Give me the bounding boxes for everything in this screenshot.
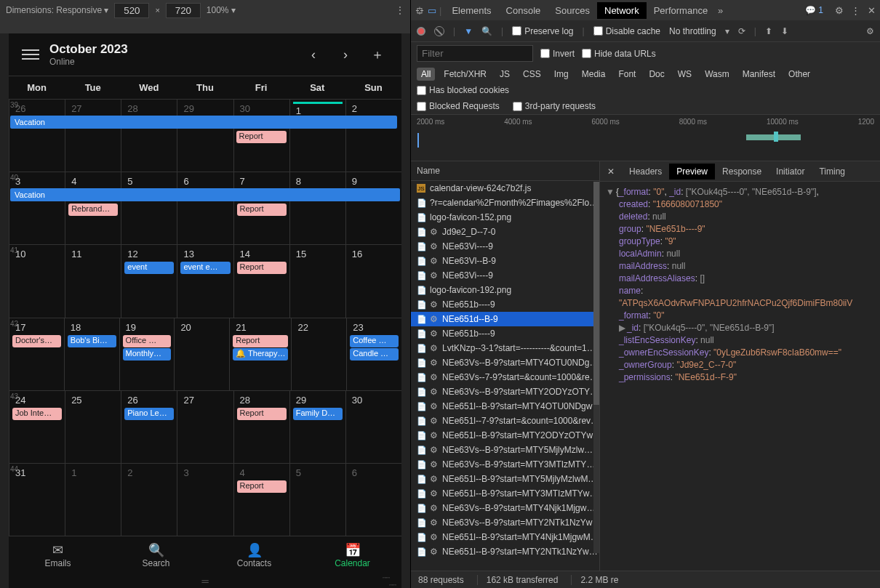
- throttling-caret-icon[interactable]: ▾: [725, 26, 729, 36]
- day-cell[interactable]: 28Report: [233, 391, 289, 463]
- filter-icon[interactable]: ▼: [464, 26, 473, 36]
- day-cell[interactable]: 19Office …Monthly…: [119, 318, 175, 390]
- tab-performance[interactable]: Performance: [647, 2, 715, 19]
- blocked-requests-checkbox[interactable]: Blocked Requests: [417, 101, 500, 111]
- name-column-header[interactable]: Name: [411, 161, 599, 181]
- request-row[interactable]: 📄⚙NEe63Vs--B-9?start=MTY4OTU0NDg…: [411, 355, 599, 370]
- dimensions-selector[interactable]: Dimensions: Responsive ▾: [6, 5, 108, 15]
- type-wasm[interactable]: Wasm: [700, 68, 734, 81]
- multi-day-event[interactable]: Vacation: [10, 188, 400, 201]
- day-cell[interactable]: 3: [9, 172, 65, 244]
- request-row[interactable]: 📄⚙NEe63Vi----9: [411, 239, 599, 254]
- event-chip[interactable]: Report: [237, 262, 287, 274]
- day-cell[interactable]: 26Piano Le…: [121, 391, 177, 463]
- tab-network[interactable]: Network: [597, 2, 647, 19]
- filter-input[interactable]: [417, 45, 533, 62]
- issues-button[interactable]: 💬 1: [801, 4, 828, 16]
- request-row[interactable]: 📄⚙NEe63Vs--B-9?start=MTY2ODYzOTY…: [411, 384, 599, 399]
- request-row[interactable]: 📄⚙NEe651b----9: [411, 297, 599, 312]
- device-width-input[interactable]: [114, 3, 149, 18]
- day-cell[interactable]: 9: [345, 172, 401, 244]
- day-cell[interactable]: 26: [9, 100, 65, 172]
- search-icon[interactable]: 🔍: [481, 26, 492, 36]
- day-cell[interactable]: 17Doctor's…: [9, 318, 64, 390]
- download-har-icon[interactable]: ⬇: [781, 26, 788, 36]
- nav-search[interactable]: 🔍Search: [107, 536, 205, 574]
- day-cell[interactable]: 1: [289, 100, 345, 172]
- type-media[interactable]: Media: [577, 68, 610, 81]
- add-event-button[interactable]: ＋: [367, 44, 388, 65]
- day-cell[interactable]: 13event e…: [177, 245, 233, 317]
- event-chip[interactable]: Doctor's…: [12, 335, 61, 347]
- nav-calendar[interactable]: 📅Calendar: [303, 536, 401, 574]
- close-detail-icon[interactable]: ✕: [603, 166, 619, 177]
- request-row[interactable]: 📄⚙NEe651l--B-9?start=MTY4OTU0NDgw…: [411, 399, 599, 414]
- more-tabs-icon[interactable]: »: [718, 5, 723, 16]
- detail-tab-initiator[interactable]: Initiator: [769, 164, 812, 180]
- device-height-input[interactable]: [166, 3, 201, 18]
- request-row[interactable]: 📄⚙NEe63Vs--B-9?start=MTY3MTIzMTY…: [411, 457, 599, 472]
- type-font[interactable]: Font: [614, 68, 640, 81]
- type-fetchxhr[interactable]: Fetch/XHR: [439, 68, 491, 81]
- request-row[interactable]: 📄⚙NEe651l--B-9?start=MTY4Njk1MjgwM…: [411, 530, 599, 544]
- nav-contacts[interactable]: 👤Contacts: [205, 536, 303, 574]
- type-ws[interactable]: WS: [673, 68, 696, 81]
- disable-cache-checkbox[interactable]: Disable cache: [593, 26, 660, 36]
- day-cell[interactable]: 12event: [121, 245, 177, 317]
- request-row[interactable]: 📄logo-favicon-192.png: [411, 283, 599, 297]
- type-doc[interactable]: Doc: [644, 68, 668, 81]
- day-cell[interactable]: 11: [65, 245, 121, 317]
- request-row[interactable]: 📄logo-favicon-152.png: [411, 210, 599, 225]
- request-row[interactable]: 📄⚙NEe63Vs--B-9?start=MTY5MjlyMzlw…: [411, 443, 599, 457]
- event-chip[interactable]: Report: [237, 204, 287, 216]
- day-cell[interactable]: 27: [177, 391, 233, 463]
- request-row[interactable]: 📄⚙NEe63Vl--B-9: [411, 254, 599, 268]
- day-cell[interactable]: 10: [9, 245, 65, 317]
- third-party-checkbox[interactable]: 3rd-party requests: [513, 101, 596, 111]
- detail-tab-timing[interactable]: Timing: [812, 164, 852, 180]
- event-chip[interactable]: Report: [237, 408, 287, 420]
- close-devtools-icon[interactable]: ✕: [868, 5, 876, 16]
- day-cell[interactable]: 5: [289, 464, 345, 536]
- day-cell[interactable]: 21Report🔔 Therapy…: [229, 318, 291, 390]
- event-chip[interactable]: Family D…: [293, 408, 343, 420]
- device-toggle-icon[interactable]: ▭: [428, 5, 436, 16]
- event-chip[interactable]: Report: [236, 131, 287, 143]
- request-row[interactable]: 📄⚙LvtKNzp--3-1?start=----------&count=1…: [411, 341, 599, 355]
- type-css[interactable]: CSS: [519, 68, 545, 81]
- event-chip[interactable]: Job Inte…: [12, 408, 62, 420]
- clear-button[interactable]: [434, 26, 444, 36]
- device-more-icon[interactable]: ⋮: [396, 5, 404, 15]
- blocked-cookies-checkbox[interactable]: Has blocked cookies: [417, 85, 509, 95]
- event-chip[interactable]: event e…: [180, 262, 230, 274]
- day-cell[interactable]: 8: [289, 172, 345, 244]
- day-cell[interactable]: 25: [65, 391, 121, 463]
- request-row[interactable]: 📄⚙Jd9e2_D--7-0: [411, 225, 599, 239]
- throttling-select[interactable]: No throttling: [669, 26, 716, 36]
- event-chip[interactable]: Bob's Bi…: [68, 335, 116, 347]
- request-row[interactable]: 📄⚙NEe651l--7-9?start=&count=1000&rev…: [411, 414, 599, 428]
- event-chip[interactable]: Piano Le…: [124, 408, 174, 420]
- tab-sources[interactable]: Sources: [548, 2, 597, 19]
- day-cell[interactable]: 29Family D…: [289, 391, 345, 463]
- nav-emails[interactable]: ✉Emails: [9, 536, 107, 574]
- network-conditions-icon[interactable]: ⟳: [738, 26, 745, 36]
- day-cell[interactable]: 6: [345, 464, 401, 536]
- day-cell[interactable]: 4Rebrand…: [65, 172, 121, 244]
- request-row[interactable]: 📄⚙NEe651l--B-9?start=MTY5MjlyMzlwM…: [411, 472, 599, 486]
- inspect-icon[interactable]: ⯐: [415, 5, 425, 16]
- settings-icon[interactable]: ⚙: [835, 5, 844, 16]
- detail-tab-response[interactable]: Response: [715, 164, 769, 180]
- event-chip[interactable]: Coffee …: [350, 335, 399, 347]
- menu-icon[interactable]: [22, 49, 39, 60]
- request-row[interactable]: 📄⚙NEe651d--B-9: [411, 312, 599, 326]
- request-row[interactable]: 📄⚙NEe63Vi----9: [411, 268, 599, 283]
- day-cell[interactable]: 27: [65, 100, 121, 172]
- day-cell[interactable]: 16: [345, 245, 401, 317]
- day-cell[interactable]: 3: [177, 464, 233, 536]
- day-cell[interactable]: 29: [177, 100, 233, 172]
- event-chip[interactable]: Candle …: [350, 348, 399, 361]
- event-chip[interactable]: Rebrand…: [68, 204, 118, 216]
- day-cell[interactable]: 18Bob's Bi…: [64, 318, 119, 390]
- kebab-icon[interactable]: ⋮: [851, 5, 860, 16]
